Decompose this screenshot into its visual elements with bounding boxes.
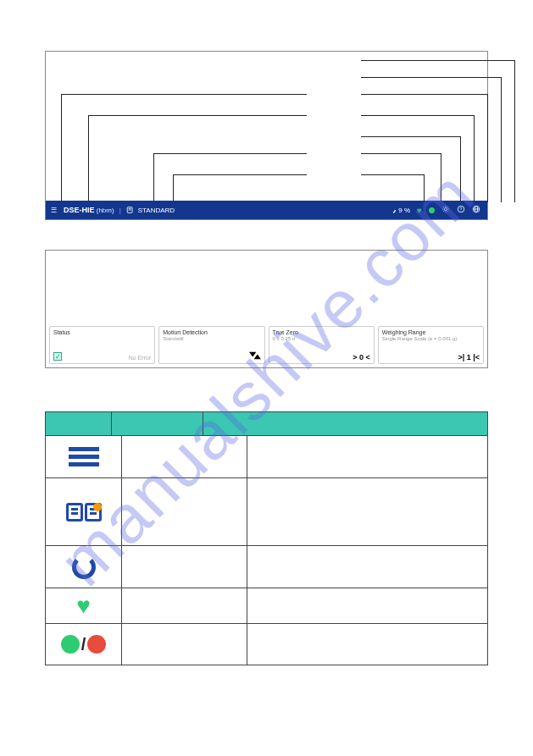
svg-point-4 xyxy=(444,207,447,210)
help-icon[interactable]: ? xyxy=(457,205,465,215)
svg-line-11 xyxy=(443,211,444,212)
mode-label: STANDARD xyxy=(138,207,175,214)
parameter-set-indicator[interactable]: STANDARD xyxy=(126,206,175,214)
app-toolbar: ☰ DSE-HIE (hbm) | STANDARD 9 % ♥ ? xyxy=(46,201,487,219)
layers-icon xyxy=(126,206,135,214)
spinner-icon xyxy=(72,555,96,579)
status-circles-icon: / xyxy=(61,635,107,654)
motion-card: Motion Detection Standstill xyxy=(158,326,264,364)
check-icon: ✓ xyxy=(53,352,62,361)
svg-line-9 xyxy=(443,207,444,207)
table-row xyxy=(46,436,487,478)
truezero-card: True Zero 0 ± 0.25 d > 0 < xyxy=(269,326,375,364)
figure-toolbar-diagram: ☰ DSE-HIE (hbm) | STANDARD 9 % ♥ ? xyxy=(45,51,488,220)
table-row xyxy=(46,546,487,588)
svg-marker-19 xyxy=(253,355,260,360)
card-title: Motion Detection xyxy=(163,329,260,335)
card-title: Weighing Range xyxy=(382,329,480,335)
progress-percent: 9 % xyxy=(398,207,410,214)
menu-icon[interactable]: ☰ xyxy=(51,207,57,214)
card-title: Status xyxy=(53,329,151,335)
table-row: / xyxy=(46,624,487,665)
motion-icon xyxy=(249,351,261,361)
table-row: ♥ xyxy=(46,588,487,624)
card-subtitle: 0 ± 0.25 d xyxy=(273,336,370,341)
heart-icon: ♥ xyxy=(76,593,91,620)
sun-icon[interactable] xyxy=(441,205,450,215)
zero-icon: > 0 < xyxy=(353,353,370,361)
range-icon: >| 1 |< xyxy=(458,353,480,361)
svg-line-10 xyxy=(447,211,448,212)
progress-icon: 9 % xyxy=(388,206,410,214)
table-row xyxy=(46,478,487,546)
separator: | xyxy=(119,207,121,214)
device-title: DSE-HIE xyxy=(64,206,95,214)
parameter-set-icon xyxy=(66,503,102,521)
range-card: Weighing Range Single Range Scale (e = 0… xyxy=(378,326,484,364)
card-subtitle: Single Range Scale (e = 0.001 g) xyxy=(382,336,480,341)
device-suffix: (hbm) xyxy=(95,207,114,214)
icon-legend-table: ♥ / xyxy=(45,411,488,665)
card-subtitle: Standstill xyxy=(163,336,260,341)
card-title: True Zero xyxy=(273,329,370,335)
card-footer: No Error xyxy=(129,355,151,361)
globe-icon[interactable] xyxy=(472,205,480,215)
heart-icon: ♥ xyxy=(417,206,422,215)
status-card: Status ✓ No Error xyxy=(49,326,155,364)
table-header xyxy=(46,412,487,436)
hamburger-icon xyxy=(69,447,99,466)
status-dot-icon xyxy=(429,207,435,213)
svg-line-12 xyxy=(447,207,448,207)
figure-status-cards: Status ✓ No Error Motion Detection Stand… xyxy=(45,250,488,368)
svg-marker-18 xyxy=(249,352,256,357)
svg-text:?: ? xyxy=(460,207,463,212)
svg-point-3 xyxy=(390,207,396,213)
